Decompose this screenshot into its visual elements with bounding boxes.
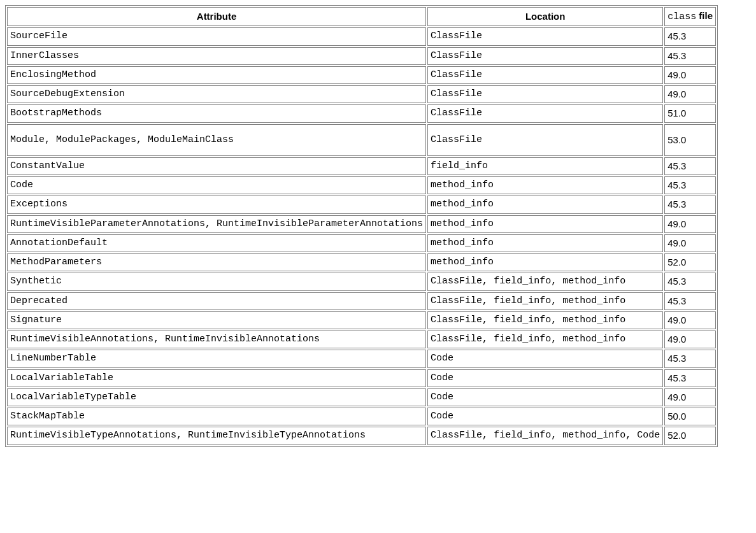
cell-classfile-version: 49.0: [664, 85, 716, 103]
table-row: SourceFileClassFile45.3: [7, 27, 716, 45]
table-row: MethodParametersmethod_info52.0: [7, 253, 716, 271]
cell-location: Code: [427, 350, 663, 367]
cell-classfile-version: 49.0: [664, 311, 716, 329]
cell-location: ClassFile: [427, 85, 663, 103]
cell-location: method_info: [427, 215, 663, 233]
table-row: Codemethod_info45.3: [7, 176, 716, 194]
cell-classfile-version: 49.0: [664, 66, 716, 84]
cell-location: method_info: [427, 195, 663, 213]
cell-classfile-version: 45.3: [664, 47, 716, 65]
cell-attribute: Signature: [7, 311, 426, 329]
cell-location: ClassFile, field_info, method_info: [427, 273, 663, 290]
cell-attribute: LineNumberTable: [7, 350, 426, 367]
table-row: SyntheticClassFile, field_info, method_i…: [7, 273, 716, 290]
cell-location: ClassFile, field_info, method_info: [427, 311, 663, 329]
cell-location: ClassFile: [427, 104, 663, 122]
header-location: Location: [427, 7, 663, 26]
cell-attribute: RuntimeVisibleAnnotations, RuntimeInvisi…: [7, 330, 426, 348]
cell-attribute: EnclosingMethod: [7, 66, 426, 84]
cell-classfile-version: 53.0: [664, 124, 716, 156]
cell-attribute: SourceDebugExtension: [7, 85, 426, 103]
header-attribute: Attribute: [7, 7, 426, 26]
cell-location: ClassFile: [427, 27, 663, 45]
cell-classfile-version: 45.3: [664, 27, 716, 45]
cell-location: method_info: [427, 176, 663, 194]
cell-location: method_info: [427, 253, 663, 271]
cell-attribute: Deprecated: [7, 292, 426, 310]
cell-location: method_info: [427, 234, 663, 252]
table-header-row: Attribute Location class file: [7, 7, 716, 26]
cell-classfile-version: 45.3: [664, 350, 716, 367]
cell-classfile-version: 45.3: [664, 369, 716, 387]
cell-attribute: SourceFile: [7, 27, 426, 45]
cell-attribute: Code: [7, 176, 426, 194]
cell-attribute: AnnotationDefault: [7, 234, 426, 252]
table-row: RuntimeVisibleTypeAnnotations, RuntimeIn…: [7, 427, 716, 444]
cell-attribute: InnerClasses: [7, 47, 426, 65]
table-row: EnclosingMethodClassFile49.0: [7, 66, 716, 84]
cell-attribute: LocalVariableTable: [7, 369, 426, 387]
cell-location: Code: [427, 369, 663, 387]
cell-location: field_info: [427, 157, 663, 175]
table-row: StackMapTableCode50.0: [7, 408, 716, 425]
table-row: RuntimeVisibleAnnotations, RuntimeInvisi…: [7, 330, 716, 348]
cell-attribute: RuntimeVisibleTypeAnnotations, RuntimeIn…: [7, 427, 426, 444]
cell-attribute: LocalVariableTypeTable: [7, 388, 426, 406]
table-row: LocalVariableTypeTableCode49.0: [7, 388, 716, 406]
cell-location: ClassFile: [427, 47, 663, 65]
cell-location: Code: [427, 408, 663, 425]
cell-attribute: Exceptions: [7, 195, 426, 213]
cell-classfile-version: 45.3: [664, 176, 716, 194]
cell-classfile-version: 49.0: [664, 234, 716, 252]
header-classfile-code: class: [667, 11, 696, 22]
cell-location: ClassFile: [427, 124, 663, 156]
table-row: InnerClassesClassFile45.3: [7, 47, 716, 65]
table-row: LocalVariableTableCode45.3: [7, 369, 716, 387]
table-row: LineNumberTableCode45.3: [7, 350, 716, 367]
table-row: AnnotationDefaultmethod_info49.0: [7, 234, 716, 252]
table-row: SourceDebugExtensionClassFile49.0: [7, 85, 716, 103]
cell-classfile-version: 45.3: [664, 292, 716, 310]
cell-classfile-version: 51.0: [664, 104, 716, 122]
cell-attribute: Module, ModulePackages, ModuleMainClass: [7, 124, 426, 156]
header-classfile-file: file: [696, 10, 713, 21]
cell-attribute: StackMapTable: [7, 408, 426, 425]
cell-classfile-version: 49.0: [664, 215, 716, 233]
cell-classfile-version: 50.0: [664, 408, 716, 425]
cell-classfile-version: 49.0: [664, 330, 716, 348]
cell-classfile-version: 45.3: [664, 195, 716, 213]
cell-location: ClassFile, field_info, method_info: [427, 292, 663, 310]
table-row: SignatureClassFile, field_info, method_i…: [7, 311, 716, 329]
table-row: BootstrapMethodsClassFile51.0: [7, 104, 716, 122]
attributes-table: Attribute Location class file SourceFile…: [5, 5, 718, 447]
cell-location: ClassFile, field_info, method_info, Code: [427, 427, 663, 444]
table-row: Module, ModulePackages, ModuleMainClassC…: [7, 124, 716, 156]
cell-classfile-version: 49.0: [664, 388, 716, 406]
cell-location: ClassFile: [427, 66, 663, 84]
table-row: Exceptionsmethod_info45.3: [7, 195, 716, 213]
cell-classfile-version: 45.3: [664, 157, 716, 175]
table-row: RuntimeVisibleParameterAnnotations, Runt…: [7, 215, 716, 233]
cell-attribute: MethodParameters: [7, 253, 426, 271]
header-classfile: class file: [664, 7, 716, 26]
table-row: ConstantValuefield_info45.3: [7, 157, 716, 175]
cell-attribute: RuntimeVisibleParameterAnnotations, Runt…: [7, 215, 426, 233]
table-row: DeprecatedClassFile, field_info, method_…: [7, 292, 716, 310]
cell-attribute: Synthetic: [7, 273, 426, 290]
cell-attribute: BootstrapMethods: [7, 104, 426, 122]
cell-classfile-version: 52.0: [664, 427, 716, 444]
cell-location: ClassFile, field_info, method_info: [427, 330, 663, 348]
cell-location: Code: [427, 388, 663, 406]
table-body: SourceFileClassFile45.3InnerClassesClass…: [7, 27, 716, 444]
cell-attribute: ConstantValue: [7, 157, 426, 175]
cell-classfile-version: 52.0: [664, 253, 716, 271]
cell-classfile-version: 45.3: [664, 273, 716, 290]
